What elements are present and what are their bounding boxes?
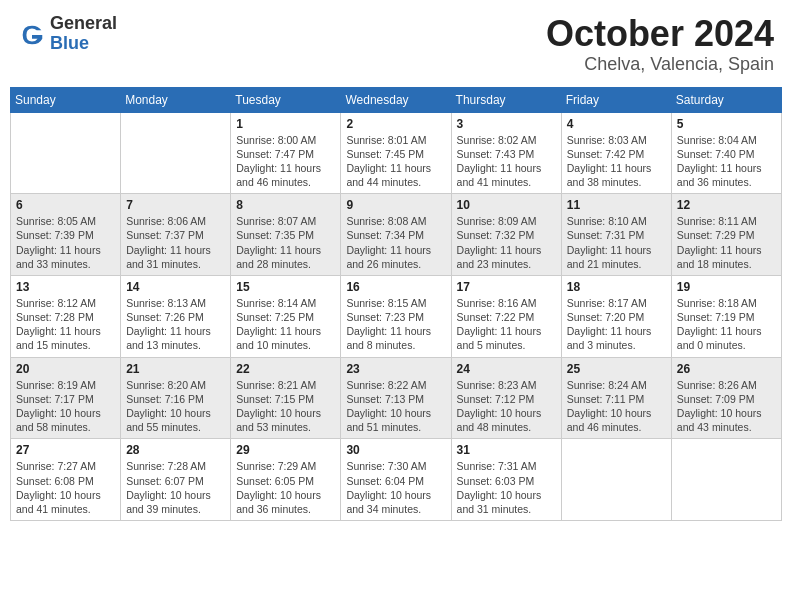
day-number: 10 xyxy=(457,198,556,212)
table-row xyxy=(671,439,781,521)
day-number: 12 xyxy=(677,198,776,212)
table-row: 16Sunrise: 8:15 AM Sunset: 7:23 PM Dayli… xyxy=(341,275,451,357)
col-thursday: Thursday xyxy=(451,87,561,112)
day-info: Sunrise: 8:07 AM Sunset: 7:35 PM Dayligh… xyxy=(236,214,335,271)
logo-text: General Blue xyxy=(50,14,117,54)
day-number: 5 xyxy=(677,117,776,131)
day-info: Sunrise: 7:30 AM Sunset: 6:04 PM Dayligh… xyxy=(346,459,445,516)
day-info: Sunrise: 8:11 AM Sunset: 7:29 PM Dayligh… xyxy=(677,214,776,271)
day-info: Sunrise: 7:28 AM Sunset: 6:07 PM Dayligh… xyxy=(126,459,225,516)
logo-general-text: General xyxy=(50,14,117,34)
day-info: Sunrise: 8:01 AM Sunset: 7:45 PM Dayligh… xyxy=(346,133,445,190)
table-row: 7Sunrise: 8:06 AM Sunset: 7:37 PM Daylig… xyxy=(121,194,231,276)
page-header: General Blue October 2024 Chelva, Valenc… xyxy=(10,10,782,79)
col-sunday: Sunday xyxy=(11,87,121,112)
day-info: Sunrise: 8:22 AM Sunset: 7:13 PM Dayligh… xyxy=(346,378,445,435)
table-row: 19Sunrise: 8:18 AM Sunset: 7:19 PM Dayli… xyxy=(671,275,781,357)
table-row: 18Sunrise: 8:17 AM Sunset: 7:20 PM Dayli… xyxy=(561,275,671,357)
day-number: 31 xyxy=(457,443,556,457)
logo: General Blue xyxy=(18,14,117,54)
day-info: Sunrise: 8:21 AM Sunset: 7:15 PM Dayligh… xyxy=(236,378,335,435)
day-info: Sunrise: 8:12 AM Sunset: 7:28 PM Dayligh… xyxy=(16,296,115,353)
day-info: Sunrise: 8:20 AM Sunset: 7:16 PM Dayligh… xyxy=(126,378,225,435)
table-row: 1Sunrise: 8:00 AM Sunset: 7:47 PM Daylig… xyxy=(231,112,341,194)
day-number: 7 xyxy=(126,198,225,212)
day-info: Sunrise: 8:15 AM Sunset: 7:23 PM Dayligh… xyxy=(346,296,445,353)
table-row: 6Sunrise: 8:05 AM Sunset: 7:39 PM Daylig… xyxy=(11,194,121,276)
day-number: 2 xyxy=(346,117,445,131)
day-number: 28 xyxy=(126,443,225,457)
title-block: October 2024 Chelva, Valencia, Spain xyxy=(546,14,774,75)
day-number: 30 xyxy=(346,443,445,457)
table-row: 26Sunrise: 8:26 AM Sunset: 7:09 PM Dayli… xyxy=(671,357,781,439)
calendar-week-row: 1Sunrise: 8:00 AM Sunset: 7:47 PM Daylig… xyxy=(11,112,782,194)
day-info: Sunrise: 7:31 AM Sunset: 6:03 PM Dayligh… xyxy=(457,459,556,516)
table-row: 11Sunrise: 8:10 AM Sunset: 7:31 PM Dayli… xyxy=(561,194,671,276)
day-info: Sunrise: 8:19 AM Sunset: 7:17 PM Dayligh… xyxy=(16,378,115,435)
location-title: Chelva, Valencia, Spain xyxy=(546,54,774,75)
day-info: Sunrise: 7:27 AM Sunset: 6:08 PM Dayligh… xyxy=(16,459,115,516)
col-tuesday: Tuesday xyxy=(231,87,341,112)
col-friday: Friday xyxy=(561,87,671,112)
day-number: 25 xyxy=(567,362,666,376)
table-row: 12Sunrise: 8:11 AM Sunset: 7:29 PM Dayli… xyxy=(671,194,781,276)
day-number: 19 xyxy=(677,280,776,294)
day-info: Sunrise: 8:04 AM Sunset: 7:40 PM Dayligh… xyxy=(677,133,776,190)
logo-icon xyxy=(18,21,46,49)
table-row xyxy=(121,112,231,194)
day-info: Sunrise: 8:05 AM Sunset: 7:39 PM Dayligh… xyxy=(16,214,115,271)
table-row: 31Sunrise: 7:31 AM Sunset: 6:03 PM Dayli… xyxy=(451,439,561,521)
day-info: Sunrise: 8:24 AM Sunset: 7:11 PM Dayligh… xyxy=(567,378,666,435)
table-row: 24Sunrise: 8:23 AM Sunset: 7:12 PM Dayli… xyxy=(451,357,561,439)
day-info: Sunrise: 8:02 AM Sunset: 7:43 PM Dayligh… xyxy=(457,133,556,190)
day-number: 24 xyxy=(457,362,556,376)
table-row: 15Sunrise: 8:14 AM Sunset: 7:25 PM Dayli… xyxy=(231,275,341,357)
calendar-table: Sunday Monday Tuesday Wednesday Thursday… xyxy=(10,87,782,521)
table-row: 21Sunrise: 8:20 AM Sunset: 7:16 PM Dayli… xyxy=(121,357,231,439)
month-title: October 2024 xyxy=(546,14,774,54)
day-number: 22 xyxy=(236,362,335,376)
calendar-week-row: 27Sunrise: 7:27 AM Sunset: 6:08 PM Dayli… xyxy=(11,439,782,521)
day-info: Sunrise: 8:06 AM Sunset: 7:37 PM Dayligh… xyxy=(126,214,225,271)
day-number: 9 xyxy=(346,198,445,212)
calendar-header-row: Sunday Monday Tuesday Wednesday Thursday… xyxy=(11,87,782,112)
table-row: 20Sunrise: 8:19 AM Sunset: 7:17 PM Dayli… xyxy=(11,357,121,439)
day-info: Sunrise: 8:17 AM Sunset: 7:20 PM Dayligh… xyxy=(567,296,666,353)
day-number: 17 xyxy=(457,280,556,294)
table-row: 4Sunrise: 8:03 AM Sunset: 7:42 PM Daylig… xyxy=(561,112,671,194)
table-row: 10Sunrise: 8:09 AM Sunset: 7:32 PM Dayli… xyxy=(451,194,561,276)
day-info: Sunrise: 8:23 AM Sunset: 7:12 PM Dayligh… xyxy=(457,378,556,435)
day-number: 1 xyxy=(236,117,335,131)
day-info: Sunrise: 8:16 AM Sunset: 7:22 PM Dayligh… xyxy=(457,296,556,353)
table-row: 2Sunrise: 8:01 AM Sunset: 7:45 PM Daylig… xyxy=(341,112,451,194)
table-row: 27Sunrise: 7:27 AM Sunset: 6:08 PM Dayli… xyxy=(11,439,121,521)
day-info: Sunrise: 8:18 AM Sunset: 7:19 PM Dayligh… xyxy=(677,296,776,353)
calendar-week-row: 13Sunrise: 8:12 AM Sunset: 7:28 PM Dayli… xyxy=(11,275,782,357)
day-number: 4 xyxy=(567,117,666,131)
day-number: 18 xyxy=(567,280,666,294)
day-number: 6 xyxy=(16,198,115,212)
col-monday: Monday xyxy=(121,87,231,112)
day-number: 20 xyxy=(16,362,115,376)
table-row: 13Sunrise: 8:12 AM Sunset: 7:28 PM Dayli… xyxy=(11,275,121,357)
day-info: Sunrise: 8:14 AM Sunset: 7:25 PM Dayligh… xyxy=(236,296,335,353)
table-row: 9Sunrise: 8:08 AM Sunset: 7:34 PM Daylig… xyxy=(341,194,451,276)
calendar-week-row: 20Sunrise: 8:19 AM Sunset: 7:17 PM Dayli… xyxy=(11,357,782,439)
day-info: Sunrise: 8:13 AM Sunset: 7:26 PM Dayligh… xyxy=(126,296,225,353)
day-info: Sunrise: 8:08 AM Sunset: 7:34 PM Dayligh… xyxy=(346,214,445,271)
table-row: 3Sunrise: 8:02 AM Sunset: 7:43 PM Daylig… xyxy=(451,112,561,194)
table-row xyxy=(561,439,671,521)
day-number: 26 xyxy=(677,362,776,376)
table-row: 8Sunrise: 8:07 AM Sunset: 7:35 PM Daylig… xyxy=(231,194,341,276)
day-number: 15 xyxy=(236,280,335,294)
table-row: 25Sunrise: 8:24 AM Sunset: 7:11 PM Dayli… xyxy=(561,357,671,439)
day-number: 8 xyxy=(236,198,335,212)
logo-blue-text: Blue xyxy=(50,34,117,54)
day-info: Sunrise: 7:29 AM Sunset: 6:05 PM Dayligh… xyxy=(236,459,335,516)
day-number: 14 xyxy=(126,280,225,294)
table-row: 30Sunrise: 7:30 AM Sunset: 6:04 PM Dayli… xyxy=(341,439,451,521)
day-number: 13 xyxy=(16,280,115,294)
table-row: 29Sunrise: 7:29 AM Sunset: 6:05 PM Dayli… xyxy=(231,439,341,521)
table-row: 14Sunrise: 8:13 AM Sunset: 7:26 PM Dayli… xyxy=(121,275,231,357)
table-row: 17Sunrise: 8:16 AM Sunset: 7:22 PM Dayli… xyxy=(451,275,561,357)
